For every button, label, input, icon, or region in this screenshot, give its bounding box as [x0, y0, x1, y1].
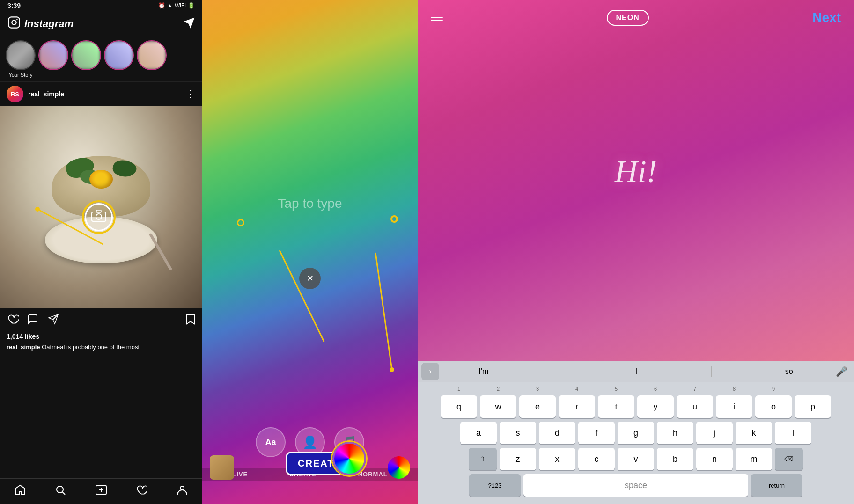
home-nav-icon[interactable] [14, 484, 26, 498]
svg-point-6 [96, 214, 102, 219]
next-button[interactable]: Next [812, 10, 841, 25]
key-l[interactable]: l [775, 422, 811, 444]
create-panel: Tap to type CREATE ✕ Aa 👤 🎵 LIVE CREATE … [202, 0, 418, 504]
your-story-avatar[interactable] [6, 40, 36, 70]
num-8: 8 [716, 386, 752, 392]
key-d[interactable]: d [539, 422, 575, 444]
svg-point-17 [180, 486, 184, 490]
your-story-label: Your Story [9, 72, 33, 78]
add-nav-icon[interactable] [95, 484, 107, 498]
key-t[interactable]: t [598, 395, 634, 418]
key-h[interactable]: h [657, 422, 693, 444]
search-nav-icon[interactable] [55, 484, 67, 498]
gallery-button[interactable] [210, 455, 234, 480]
profile-nav-icon[interactable] [176, 484, 188, 498]
svg-rect-7 [96, 210, 101, 212]
caption-username[interactable]: real_simple [7, 343, 40, 351]
tab-normal[interactable]: NORMAL [358, 471, 388, 478]
key-n[interactable]: n [696, 448, 733, 470]
post-more-button[interactable]: ⋮ [185, 89, 196, 99]
key-i[interactable]: i [716, 395, 752, 418]
key-r[interactable]: r [559, 395, 595, 418]
post-user-avatar[interactable]: RS [7, 86, 23, 102]
number-hint-row: 1 2 3 4 5 6 7 8 9 [420, 386, 851, 392]
spoon [149, 233, 172, 271]
key-z[interactable]: z [500, 448, 536, 470]
post-image [0, 106, 202, 308]
suggestion-divider-1 [562, 366, 562, 377]
font-style-button[interactable]: NEON [607, 10, 649, 26]
post-username[interactable]: real_simple [28, 90, 64, 98]
mention-mode-icon: 👤 [302, 435, 317, 450]
text-editor-panel: NEON Next Hi! › I'm I so 🎤 1 2 [418, 0, 854, 504]
svg-point-12 [57, 486, 63, 493]
key-y[interactable]: y [637, 395, 674, 418]
key-shift[interactable]: ⇧ [469, 448, 497, 470]
suggestion-1[interactable]: I'm [473, 365, 494, 378]
direct-icon[interactable] [184, 17, 195, 31]
story-avatar-2[interactable] [71, 40, 101, 70]
color-swatch-button[interactable] [388, 456, 410, 479]
post-header: RS real_simple ⋮ [0, 81, 202, 106]
color-picker-button[interactable] [332, 442, 366, 475]
story-avatar-4[interactable] [137, 40, 167, 70]
key-m[interactable]: m [736, 448, 772, 470]
key-u[interactable]: u [677, 395, 713, 418]
key-e[interactable]: e [519, 395, 556, 418]
svg-marker-4 [184, 18, 194, 28]
key-o[interactable]: o [755, 395, 792, 418]
text-mode-button[interactable]: Aa [256, 427, 286, 457]
story-item-3[interactable] [104, 40, 134, 78]
your-story-item[interactable]: Your Story [6, 40, 36, 78]
key-backspace[interactable]: ⌫ [775, 448, 803, 470]
mic-button[interactable]: 🎤 [832, 363, 850, 380]
key-c[interactable]: c [578, 448, 615, 470]
key-s[interactable]: s [500, 422, 536, 444]
comment-button[interactable] [27, 314, 39, 328]
text-content-area[interactable]: Hi! [418, 36, 854, 307]
story-avatar-1[interactable] [38, 40, 68, 70]
key-b[interactable]: b [657, 448, 693, 470]
key-a[interactable]: a [460, 422, 497, 444]
feed-panel: 3:39 ⏰ ▲ WiFi 🔋 Instagram [0, 0, 202, 504]
key-g[interactable]: g [618, 422, 654, 444]
story-item-4[interactable] [137, 40, 167, 78]
story-avatar-3[interactable] [104, 40, 134, 70]
menu-line-1 [431, 15, 443, 15]
key-return[interactable]: return [751, 474, 802, 497]
like-button[interactable] [7, 314, 19, 328]
key-k[interactable]: k [736, 422, 772, 444]
story-item-1[interactable] [38, 40, 68, 78]
num-9: 9 [755, 386, 792, 392]
key-space[interactable]: space [523, 474, 748, 497]
share-button[interactable] [48, 314, 60, 328]
menu-button[interactable] [431, 15, 443, 21]
caption-text: Oatmeal is probably one of the most [42, 343, 140, 351]
suggestion-expand-button[interactable]: › [421, 363, 439, 380]
kbd-row-2: a s d f g h j k l [420, 422, 851, 444]
story-item-2[interactable] [71, 40, 101, 78]
heart-nav-icon[interactable] [135, 484, 147, 498]
num-3: 3 [519, 386, 556, 392]
bookmark-button[interactable] [185, 313, 196, 328]
close-icon: ✕ [307, 273, 314, 284]
key-q[interactable]: q [441, 395, 477, 418]
key-j[interactable]: j [696, 422, 733, 444]
suggestion-items: I'm I so [439, 365, 832, 378]
key-f[interactable]: f [578, 422, 615, 444]
menu-line-3 [431, 20, 443, 21]
key-x[interactable]: x [539, 448, 575, 470]
key-w[interactable]: w [480, 395, 516, 418]
num-7: 7 [677, 386, 713, 392]
key-v[interactable]: v [618, 448, 654, 470]
status-icons: ⏰ ▲ WiFi 🔋 [158, 2, 195, 9]
kbd-row-4: ?123 space return [420, 474, 851, 497]
key-p[interactable]: p [795, 395, 831, 418]
tab-live[interactable]: LIVE [232, 471, 248, 478]
suggestion-2[interactable]: I [630, 365, 643, 378]
key-symbols[interactable]: ?123 [469, 474, 521, 497]
suggestion-3[interactable]: so [780, 365, 799, 378]
menu-line-2 [431, 17, 443, 18]
close-create-button[interactable]: ✕ [299, 268, 321, 289]
keyboard-suggestions: › I'm I so 🎤 [418, 361, 854, 382]
